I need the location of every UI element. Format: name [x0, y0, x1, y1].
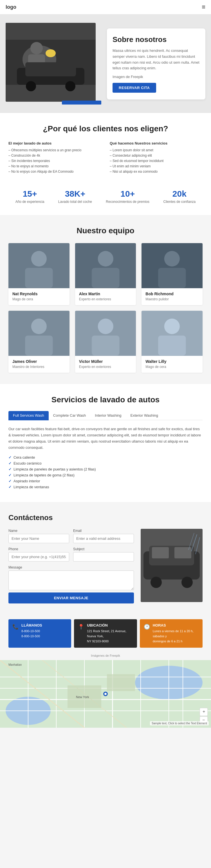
stat-clients: 20k Clientes de confianza: [164, 189, 196, 204]
svg-rect-6: [25, 62, 76, 76]
why-col-2: Qué hacemos Nuestros servicios Lorem ips…: [110, 141, 203, 175]
location-icon: 📍: [78, 624, 84, 630]
location-card-lines: 121 Rock Street, 21 Avenue, Nueva York,: [87, 629, 133, 639]
list-item: Sed do eiusmod tempor incididunt: [110, 159, 203, 163]
stat-number: 38K+: [58, 189, 92, 198]
stat-number: 20k: [164, 189, 196, 198]
stat-number: 15+: [15, 189, 44, 198]
form-row-phone-subject: Phone Subject: [8, 547, 134, 561]
contact-section: Contáctenos Name Email Phone Subjec: [0, 502, 211, 615]
list-item: Consectetur adipiscing elit: [110, 154, 203, 157]
info-card-location-content: UBICACIÓN 121 Rock Street, 21 Avenue, Nu…: [87, 623, 133, 644]
why-section: ¿Por qué los clientes nos eligen? El mej…: [0, 113, 211, 215]
team-info-4: Victor Müller Experto en exteriores: [75, 356, 136, 373]
service-description: Our car wash facilities feature flat-bel…: [8, 426, 203, 451]
info-cards-row: 📞 LLÁMANOS 8-800-10-500 8-800-10-500 📍 U…: [0, 615, 211, 652]
team-role-2: Maestro pulidor: [145, 297, 199, 301]
reservar-cita-button[interactable]: RESERVAR CITA: [112, 83, 156, 93]
list-item: Escudo cerámico: [8, 461, 203, 465]
team-info-2: Bob Richmond Maestro pulidor: [142, 288, 203, 305]
svg-rect-12: [25, 268, 52, 288]
team-role-0: Mago de cera: [12, 297, 66, 301]
team-card-4: Victor Müller Experto en exteriores: [75, 311, 136, 373]
email-input[interactable]: [73, 534, 134, 543]
team-card-3: James Oliver Maestro de Interiores: [8, 311, 69, 373]
phone-card-lines: 8-800-10-500: [22, 629, 42, 634]
message-label: Message: [8, 565, 134, 569]
map-sample-label[interactable]: Sample text, Click to select the Text El…: [150, 721, 209, 725]
team-info-0: Nat Reynolds Mago de cera: [8, 288, 69, 305]
svg-point-8: [65, 81, 75, 91]
info-card-location: 📍 UBICACIÓN 121 Rock Street, 21 Avenue, …: [74, 619, 137, 648]
why-col-1: El mejor lavado de autos Ofrecemos múlti…: [8, 141, 101, 175]
stat-awards: 10+ Reconocimientos de premios: [106, 189, 149, 204]
hero-image: [6, 23, 96, 102]
subject-input[interactable]: [73, 552, 134, 561]
name-input[interactable]: [8, 534, 69, 543]
svg-point-20: [31, 319, 47, 334]
list-item: Cera caliente: [8, 455, 203, 460]
svg-text:+: +: [203, 709, 205, 714]
svg-rect-15: [92, 268, 119, 288]
info-card-phone: 📞 LLÁMANOS 8-800-10-500 8-800-10-500: [8, 619, 71, 648]
tab-interior[interactable]: Interior Washing: [90, 411, 126, 420]
logo: logo: [6, 4, 16, 10]
send-message-button[interactable]: ENVIAR MENSAJE: [8, 592, 134, 603]
team-photo-0: [8, 243, 69, 288]
team-photo-4: [75, 311, 136, 356]
svg-rect-21: [25, 336, 52, 355]
team-name-3: James Oliver: [12, 359, 66, 364]
svg-point-3: [30, 42, 43, 54]
svg-text:Manhattan: Manhattan: [8, 663, 22, 666]
stat-label: Año de experiencia: [15, 200, 44, 204]
phone-label: Phone: [8, 547, 69, 551]
clock-icon: 🕐: [144, 624, 150, 630]
team-info-1: Alex Martin Experto en exteriores: [75, 288, 136, 305]
services-title: Servicios de lavado de autos: [8, 395, 203, 404]
message-textarea[interactable]: [8, 570, 134, 590]
svg-point-17: [164, 251, 180, 267]
svg-point-34: [181, 577, 193, 588]
svg-point-9: [45, 49, 56, 57]
list-item: Aspirado interior: [8, 479, 203, 483]
hero-blue-bar-bottom: [62, 100, 101, 104]
menu-icon[interactable]: ≡: [202, 3, 205, 11]
tab-complete-car[interactable]: Complete Car Wash: [49, 411, 91, 420]
stat-experience: 15+ Año de experiencia: [15, 189, 44, 204]
team-card-0: Nat Reynolds Mago de cera: [8, 243, 69, 305]
svg-point-23: [98, 319, 113, 334]
tab-exterior[interactable]: Exterior Washing: [126, 411, 163, 420]
location-card-line2: NY 92103-9000: [87, 639, 133, 644]
hero-info-card: Sobre nosotros Massa ultrices mi quis he…: [107, 28, 205, 99]
tab-full-services[interactable]: Full Services Wash: [8, 411, 49, 420]
list-item: No lo enjoys con Aliquip de EA Commodo: [8, 169, 101, 174]
team-role-5: Mago de cera: [145, 365, 199, 369]
why-title: ¿Por qué los clientes nos eligen?: [8, 124, 203, 133]
service-list: Cera caliente Escudo cerámico Limpieza d…: [8, 455, 203, 489]
hours-card-line2: domingos de 6 a 21 h: [153, 639, 199, 644]
team-name-0: Nat Reynolds: [12, 291, 66, 296]
phone-card-line2: 8-800-10-500: [22, 634, 42, 639]
phone-input[interactable]: [8, 552, 69, 561]
list-item: Limpieza de ventanas: [8, 485, 203, 489]
map-section: New York Manhattan + − Sample text, Clic…: [0, 660, 211, 728]
list-item: Ofrecemos múltiples servicios a un gran …: [8, 148, 101, 152]
contact-image: [141, 529, 203, 603]
svg-rect-31: [152, 547, 169, 558]
location-card-title: UBICACIÓN: [87, 623, 133, 627]
why-col2-list: Lorem ipsum dolor sit amet Consectetur a…: [110, 148, 203, 174]
info-card-hours: 🕐 HORAS Lunes a viernes de 11 a 20 h, sá…: [140, 619, 203, 648]
subject-label: Subject: [73, 547, 134, 551]
list-item: Sin incidentes temporales: [8, 159, 101, 163]
team-card-1: Alex Martin Experto en exteriores: [75, 243, 136, 305]
hours-card-title: HORAS: [153, 623, 199, 627]
team-photo-5: [142, 311, 203, 356]
hero-description: Massa ultrices mi quis hendrerit. Ac con…: [112, 48, 200, 71]
form-group-message: Message: [8, 565, 134, 590]
svg-rect-24: [92, 336, 119, 355]
stat-label: Lavado total del coche: [58, 200, 92, 204]
info-card-phone-content: LLÁMANOS 8-800-10-500 8-800-10-500: [22, 623, 42, 639]
list-item: Limpieza de paneles de puertas y asiento…: [8, 467, 203, 471]
contact-title: Contáctenos: [8, 513, 203, 522]
form-row-name-email: Name Email: [8, 529, 134, 543]
